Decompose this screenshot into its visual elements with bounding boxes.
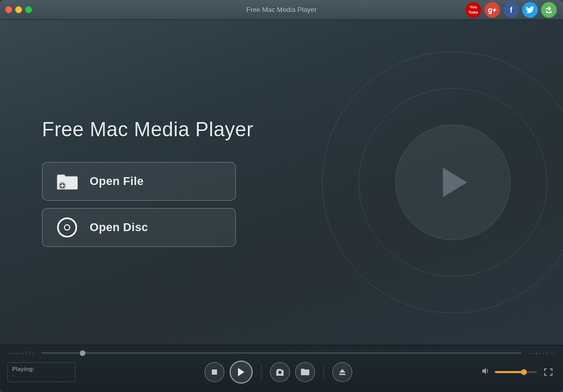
social-icons-bar: YouTube g+ f xyxy=(465,2,557,18)
google-plus-button[interactable]: g+ xyxy=(484,2,500,18)
folder-open-icon xyxy=(300,368,310,376)
play-circle-deco xyxy=(395,125,511,240)
svg-rect-7 xyxy=(339,374,345,375)
bottom-bar: --:--:-- --:--:-- Playing: – xyxy=(0,345,563,392)
screenshot-button[interactable] xyxy=(270,362,290,382)
open-file-icon xyxy=(55,169,79,193)
fullscreen-button[interactable] xyxy=(541,365,556,379)
disc-shape xyxy=(57,217,77,237)
app-title: Free Mac Media Player xyxy=(42,118,253,141)
eject-button[interactable] xyxy=(332,362,352,382)
youtube-button[interactable]: YouTube xyxy=(465,2,481,18)
google-plus-label: g+ xyxy=(488,6,497,14)
volume-slider[interactable] xyxy=(495,371,537,373)
disc-inner-circle xyxy=(64,224,70,231)
time-total: --:--:-- xyxy=(527,350,556,356)
playing-value: – xyxy=(12,372,71,378)
controls-divider-2 xyxy=(323,365,324,379)
facebook-label: f xyxy=(510,6,513,14)
center-controls xyxy=(75,361,481,384)
share-button[interactable] xyxy=(541,2,557,18)
open-disc-button[interactable]: Open Disc xyxy=(42,208,236,247)
maximize-button[interactable] xyxy=(25,6,32,13)
camera-icon xyxy=(275,368,285,376)
play-triangle-icon xyxy=(443,168,467,197)
open-file-button[interactable]: Open File xyxy=(42,162,236,201)
fullscreen-icon xyxy=(544,368,553,376)
twitter-icon xyxy=(526,6,534,14)
open-disc-label: Open Disc xyxy=(90,221,148,234)
play-button[interactable] xyxy=(230,361,253,384)
stop-icon xyxy=(211,368,218,376)
volume-fill xyxy=(495,371,523,373)
svg-rect-4 xyxy=(212,369,217,375)
close-button[interactable] xyxy=(5,6,12,13)
time-current: --:--:-- xyxy=(7,350,36,356)
volume-icon xyxy=(481,367,491,377)
main-content: Free Mac Media Player xyxy=(0,20,563,345)
svg-marker-5 xyxy=(238,368,244,376)
progress-knob[interactable] xyxy=(80,350,85,356)
left-panel: Free Mac Media Player xyxy=(0,118,253,247)
svg-marker-6 xyxy=(339,369,345,373)
share-icon xyxy=(545,6,553,14)
open-folder-button[interactable] xyxy=(295,362,315,382)
right-controls xyxy=(481,365,556,379)
stop-button[interactable] xyxy=(204,362,224,382)
action-buttons: Open File Open Disc xyxy=(42,162,253,247)
window-title: Free Mac Media Player xyxy=(246,6,317,14)
controls-divider-1 xyxy=(261,365,262,379)
playing-box: Playing: – xyxy=(7,362,75,382)
minimize-button[interactable] xyxy=(15,6,22,13)
facebook-button[interactable]: f xyxy=(503,2,519,18)
speaker-icon xyxy=(481,367,491,375)
volume-knob xyxy=(521,369,527,375)
open-disc-icon xyxy=(55,215,79,239)
playing-label: Playing: xyxy=(12,366,71,372)
open-file-label: Open File xyxy=(90,175,144,188)
youtube-label: YouTube xyxy=(469,5,479,15)
eject-icon xyxy=(338,368,347,376)
progress-track[interactable] xyxy=(41,352,522,354)
folder-icon-svg xyxy=(56,172,78,191)
progress-row: --:--:-- --:--:-- xyxy=(0,345,563,358)
controls-row: Playing: – xyxy=(0,358,563,387)
twitter-button[interactable] xyxy=(522,2,538,18)
title-bar: Free Mac Media Player YouTube g+ f xyxy=(0,0,563,20)
decorative-background xyxy=(317,46,563,319)
window-controls xyxy=(5,6,32,13)
app-window: Free Mac Media Player YouTube g+ f xyxy=(0,0,563,392)
play-icon xyxy=(237,367,245,377)
